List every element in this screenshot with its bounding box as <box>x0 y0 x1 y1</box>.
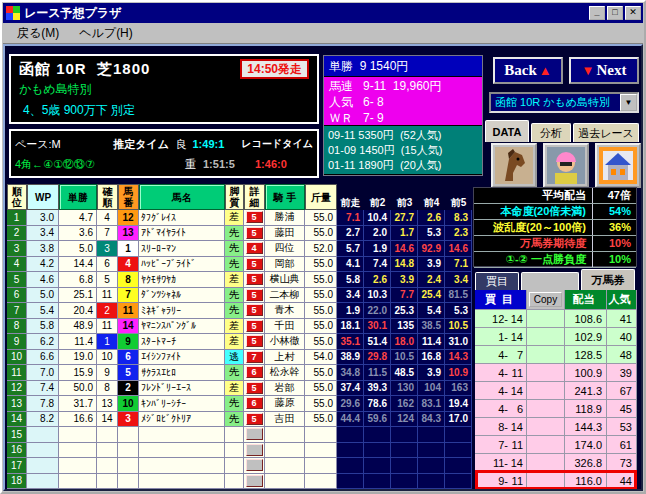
bet-row[interactable]: 12 - 14108.641 <box>475 310 637 328</box>
bet-row[interactable]: 4 - 14241.367 <box>475 382 637 400</box>
maximize-button[interactable]: □ <box>607 6 623 20</box>
odds-cell: 6.8 <box>59 272 97 288</box>
wp-cell: 5.0 <box>27 288 59 304</box>
bet-row[interactable]: 4 - 7128.548 <box>475 346 637 364</box>
horse-name-cell <box>139 458 225 474</box>
minimize-button[interactable]: _ <box>589 6 605 20</box>
tab-data[interactable]: DATA <box>485 120 529 142</box>
bet-pair-cell: 4 - 7 <box>475 346 527 364</box>
past-odds-header: 前5 <box>445 184 472 210</box>
menu-item-help[interactable]: ヘルプ(H) <box>73 24 139 43</box>
horse-photo-button[interactable] <box>491 143 537 188</box>
odds-cell: 19.0 <box>59 350 97 366</box>
horse-row[interactable]: 33.85.031ｽﾘｰﾛｰﾏﾝ先4四位52.05.71.914.692.914… <box>7 241 472 257</box>
past-odds-cell: 124 <box>391 412 418 428</box>
good-time: 1:49:1 <box>193 138 242 150</box>
jockey-cell: 松永幹 <box>265 365 305 381</box>
tab-analysis[interactable]: 分析 <box>531 123 571 142</box>
bet-tab-kaime[interactable]: 買目 <box>475 272 519 290</box>
horse-row[interactable]: 148.216.6143ﾒｼﾞﾛﾋﾞｸﾄﾘｱ先5吉田55.044.459.612… <box>7 412 472 428</box>
past-odds-cell: 8.3 <box>445 210 472 226</box>
past-odds-cell <box>364 458 391 474</box>
horse-row[interactable]: 44.214.464ﾊｯﾋﾟｰﾌﾞﾗｲﾄﾞ先5岡部55.04.17.414.83… <box>7 257 472 273</box>
horse-name-cell: ﾔﾏﾆﾝｽﾊﾟﾝｸﾞﾙ <box>139 319 225 335</box>
wp-cell: 7.0 <box>27 365 59 381</box>
horse-row[interactable]: 15 <box>7 427 472 443</box>
detail-button[interactable]: 7 <box>246 351 263 363</box>
back-button[interactable]: Back ▲ <box>493 57 563 84</box>
horse-row[interactable]: 16 <box>7 443 472 459</box>
detail-button[interactable]: 5 <box>246 413 263 425</box>
bet-row[interactable]: 4 - 6118.945 <box>475 400 637 418</box>
rank-cell: 18 <box>7 474 27 490</box>
horse-row[interactable]: 18 <box>7 474 472 490</box>
past-odds-cell: 3.9 <box>418 365 445 381</box>
rank-cell: 11 <box>7 365 27 381</box>
bet-row[interactable]: 11 - 14326.873 <box>475 454 637 472</box>
bet-tab-blank[interactable] <box>521 272 579 290</box>
detail-button[interactable] <box>246 475 263 487</box>
horse-row[interactable]: 127.450.082ﾌﾚﾝﾄﾞﾘｰｴｰｽ差5岩部55.037.439.3130… <box>7 381 472 397</box>
detail-button[interactable]: 5 <box>246 211 263 223</box>
horse-row[interactable]: 65.025.1117ﾀﾞﾝﾂｼｬﾈﾙ先5二本柳55.03.410.37.725… <box>7 288 472 304</box>
bet-row[interactable]: 1 - 14102.940 <box>475 328 637 346</box>
running-style-cell: 差 <box>225 210 244 226</box>
bet-second-number: 11 <box>508 439 523 451</box>
bet-row[interactable]: 8 - 14144.353 <box>475 418 637 436</box>
horse-row[interactable]: 137.831.71310ｷﾝﾊﾞﾘｰｼﾁｰ先6藤原55.029.678.616… <box>7 396 472 412</box>
confirmed-rank-cell: 6 <box>97 257 118 273</box>
jockey-photo-button[interactable] <box>543 143 589 188</box>
odds-cell: 20.4 <box>59 303 97 319</box>
dropdown-arrow-button[interactable]: ▼ <box>620 94 637 111</box>
bet-first-number: 4 <box>489 403 504 415</box>
close-button[interactable]: ✕ <box>625 6 641 20</box>
past-odds-cell: 11.4 <box>418 334 445 350</box>
highlighted-bet-row[interactable]: 9 - 11116.044 <box>475 472 637 490</box>
bet-copy-cell <box>527 400 565 418</box>
detail-button[interactable]: 5 <box>246 258 263 270</box>
detail-button[interactable] <box>246 428 263 440</box>
detail-button[interactable]: 5 <box>246 289 263 301</box>
bet-tab-manbaken[interactable]: 万馬券 <box>581 269 635 290</box>
wp-cell: 7.4 <box>27 381 59 397</box>
jockey-cell: 岡部 <box>265 257 305 273</box>
past-odds-cell: 162 <box>391 396 418 412</box>
detail-button[interactable]: 5 <box>246 320 263 332</box>
horse-number-cell: 8 <box>118 272 139 288</box>
bet-row[interactable]: 7 - 11174.061 <box>475 436 637 454</box>
race-selector[interactable]: 函館 10R かもめ島特別 ▼ <box>489 92 639 113</box>
past-odds-cell: 35.1 <box>337 334 364 350</box>
copy-button[interactable]: Copy <box>529 292 562 307</box>
pace-label: ペース:M <box>15 137 113 152</box>
horse-row[interactable]: 117.015.995ｻｸﾗｽｴﾋﾛ先6松永幹55.034.811.548.53… <box>7 365 472 381</box>
past-odds-cell <box>445 443 472 459</box>
horse-row[interactable]: 23.43.6713ｱﾄﾞﾏｲﾔﾗｲﾄ先5藤田55.02.72.01.75.32… <box>7 226 472 242</box>
detail-button[interactable]: 5 <box>246 227 263 239</box>
stats-panel: 平均配当47倍本命度(20倍未満)54%波乱度(20～100倍)36%万馬券期待… <box>473 187 637 267</box>
stable-photo-button[interactable] <box>595 143 641 188</box>
detail-button[interactable]: 4 <box>246 242 263 254</box>
bet-row[interactable]: 4 - 11100.939 <box>475 364 637 382</box>
horse-row[interactable]: 96.211.419ｽﾀｰﾄﾏｰﾁ差5小林徹55.035.151.418.011… <box>7 334 472 350</box>
detail-button[interactable]: 5 <box>246 382 263 394</box>
horse-row[interactable]: 106.619.0106ｴｲｼﾝﾌｧｲﾄ逃7上村54.038.929.810.5… <box>7 350 472 366</box>
detail-button[interactable] <box>246 444 263 456</box>
horse-row[interactable]: 17 <box>7 458 472 474</box>
menu-item-back[interactable]: 戻る(M) <box>11 24 65 43</box>
detail-cell: 5 <box>244 288 265 304</box>
bet-pair-cell: 12 - 14 <box>475 310 527 328</box>
horse-row[interactable]: 13.04.7412ﾀﾌｸﾞﾚｲｽ差5勝浦55.07.110.427.72.68… <box>7 210 472 226</box>
running-style-cell <box>225 458 244 474</box>
horse-row[interactable]: 85.848.91114ﾔﾏﾆﾝｽﾊﾟﾝｸﾞﾙ差5千田55.018.130.11… <box>7 319 472 335</box>
detail-button[interactable]: 5 <box>246 335 263 347</box>
detail-button[interactable]: 5 <box>246 304 263 316</box>
horse-row[interactable]: 54.66.858ﾔｸﾓｻﾜﾔｶ差5横山典55.05.82.63.92.43.4 <box>7 272 472 288</box>
detail-button[interactable]: 6 <box>246 397 263 409</box>
tab-past-races[interactable]: 過去レース <box>573 123 639 142</box>
confirmed-rank-cell: 9 <box>97 365 118 381</box>
horse-row[interactable]: 75.420.4211ﾐﾈｷﾞｬﾗﾘｰ先5青木55.01.922.025.35.… <box>7 303 472 319</box>
next-button[interactable]: ▼ Next <box>569 57 639 84</box>
detail-button[interactable]: 5 <box>246 273 263 285</box>
detail-button[interactable] <box>246 459 263 471</box>
detail-button[interactable]: 6 <box>246 366 263 378</box>
